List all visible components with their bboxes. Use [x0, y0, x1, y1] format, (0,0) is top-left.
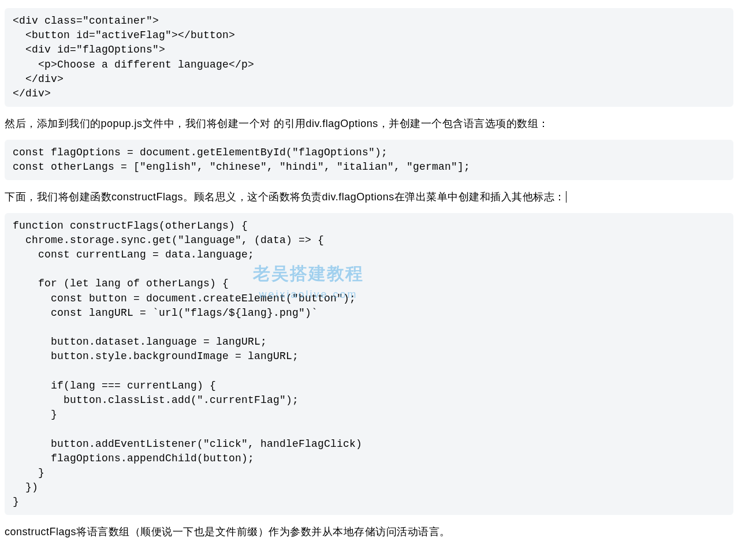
paragraph-2: 下面，我们将创建函数constructFlags。顾名思义，这个函数将负责div…	[5, 188, 733, 206]
paragraph-3: constructFlags将语言数组（顺便说一下也是文件前缀）作为参数并从本地…	[5, 523, 733, 541]
text-cursor	[566, 191, 566, 203]
paragraph-2-text: 下面，我们将创建函数constructFlags。顾名思义，这个函数将负责div…	[5, 191, 565, 203]
paragraph-1: 然后，添加到我们的popup.js文件中，我们将创建一个对 的引用div.fla…	[5, 115, 733, 133]
code-block-3: function constructFlags(otherLangs) { ch…	[5, 213, 733, 516]
code-block-2: const flagOptions = document.getElementB…	[5, 140, 733, 180]
code-block-1: <div class="container"> <button id="acti…	[5, 8, 733, 107]
